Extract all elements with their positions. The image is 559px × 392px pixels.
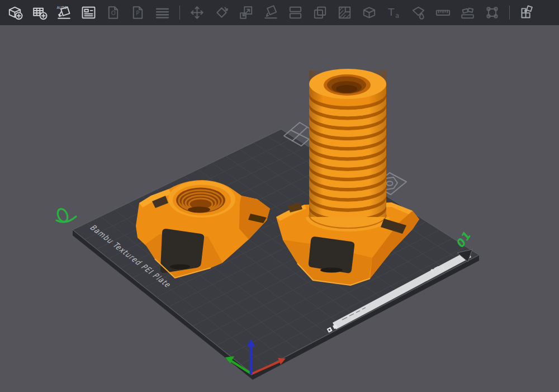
letter-a: a: [395, 12, 399, 20]
layers-button[interactable]: [151, 2, 174, 23]
bolt-cylinder: [309, 69, 386, 229]
text-tool-button[interactable]: T a: [382, 2, 405, 23]
rotate-button[interactable]: [210, 2, 233, 23]
add-plate-icon: [31, 4, 48, 21]
split-to-objects-button[interactable]: [284, 2, 307, 23]
measure-button[interactable]: [432, 2, 454, 23]
auto-orient-icon: AUTO: [55, 4, 73, 21]
open-project-button[interactable]: O: [102, 2, 125, 23]
paint-tool-icon: [410, 4, 427, 21]
plate-number-side: [56, 207, 76, 223]
arrange-parts-icon: [459, 4, 476, 21]
seam-painting-button[interactable]: [481, 2, 504, 23]
add-plate-button[interactable]: [28, 2, 51, 23]
scale-button[interactable]: [235, 2, 258, 23]
move-button[interactable]: [186, 2, 209, 23]
toolbar-divider: [179, 6, 180, 20]
add-object-icon: [6, 4, 23, 21]
assembly-view-icon: [518, 4, 536, 21]
split-to-objects-icon: [287, 4, 304, 21]
letter-t: T: [387, 6, 395, 18]
measure-icon: [434, 4, 452, 21]
clone-icon: [311, 4, 329, 21]
variable-layer-height-icon: [336, 4, 353, 21]
split-layout-button[interactable]: [77, 2, 100, 23]
paint-tool-button[interactable]: [407, 2, 430, 23]
scale-icon: [238, 4, 255, 21]
mesh-boolean-button[interactable]: [358, 2, 381, 23]
viewport-3d[interactable]: Bambu Textured PEI Plate: [0, 25, 559, 392]
split-layout-icon: [80, 4, 97, 21]
seam-painting-icon: [484, 4, 501, 21]
top-toolbar: AUTO O P: [0, 0, 559, 25]
text-tool-icon: T a: [385, 4, 402, 21]
letter-p: P: [136, 10, 139, 16]
rotate-icon: [213, 4, 230, 21]
variable-layer-height-button[interactable]: [333, 2, 356, 23]
build-plate[interactable]: Bambu Textured PEI Plate: [56, 122, 479, 380]
slicer-window: AUTO O P: [0, 0, 559, 392]
mesh-boolean-icon: [361, 4, 378, 21]
paste-project-icon: P: [129, 4, 146, 21]
letter-o: O: [111, 10, 116, 16]
plate-surface: [73, 129, 479, 374]
arrange-parts-button[interactable]: [456, 2, 479, 23]
clone-button[interactable]: [309, 2, 331, 23]
place-on-face-button[interactable]: [259, 2, 282, 23]
auto-orient-button[interactable]: AUTO: [53, 2, 75, 23]
place-on-face-icon: [262, 4, 280, 21]
assembly-view-button[interactable]: [515, 2, 538, 23]
open-project-icon: O: [105, 4, 122, 21]
scene-canvas[interactable]: Bambu Textured PEI Plate: [0, 25, 559, 392]
layers-icon: [154, 4, 171, 21]
move-icon: [188, 4, 206, 21]
close-icon: [291, 127, 308, 141]
paste-project-button[interactable]: P: [126, 2, 149, 23]
add-object-button[interactable]: [3, 2, 26, 23]
toolbar-divider: [509, 6, 510, 20]
